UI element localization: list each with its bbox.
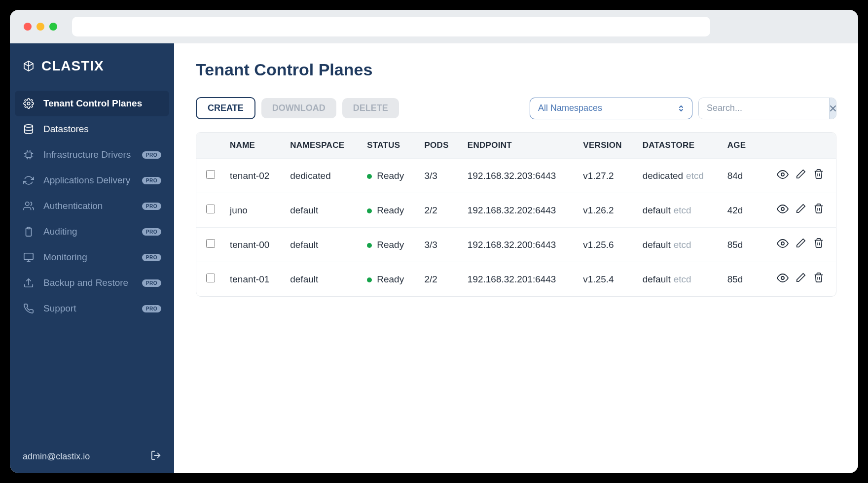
status-dot-icon [367, 243, 372, 248]
upload-icon [23, 277, 35, 289]
cell-namespace: default [283, 193, 360, 228]
row-checkbox[interactable] [206, 170, 215, 179]
sidebar-item-label: Monitoring [43, 252, 133, 263]
col-status: STATUS [360, 133, 417, 159]
main-content: Tenant Control Planes CREATE DOWNLOAD DE… [174, 43, 858, 473]
edit-icon[interactable] [796, 169, 806, 183]
logout-icon[interactable] [150, 450, 161, 463]
pro-badge: PRO [142, 279, 161, 287]
svg-rect-6 [24, 253, 33, 260]
brand-name: CLASTIX [41, 58, 104, 74]
svg-point-1 [25, 125, 33, 128]
row-checkbox[interactable] [206, 205, 215, 213]
create-button[interactable]: CREATE [196, 97, 255, 119]
col-datastore: DATASTORE [636, 133, 721, 159]
sidebar-item-applications-delivery[interactable]: Applications DeliveryPRO [10, 168, 174, 193]
cell-name: tenant-00 [223, 228, 283, 262]
delete-icon[interactable] [813, 203, 824, 217]
pro-badge: PRO [142, 151, 161, 159]
sidebar-item-datastores[interactable]: Datastores [10, 116, 174, 142]
svg-point-3 [26, 202, 29, 206]
search-clear-button[interactable] [829, 98, 836, 119]
sidebar-item-authentication[interactable]: AuthenticationPRO [10, 193, 174, 219]
status-dot-icon [367, 208, 372, 213]
table-header-row: NAME NAMESPACE STATUS PODS ENDPOINT VERS… [196, 133, 836, 159]
cell-version: v1.27.2 [576, 159, 635, 193]
sidebar-item-backup-and-restore[interactable]: Backup and RestorePRO [10, 270, 174, 296]
cell-status: Ready [360, 159, 417, 193]
delete-icon[interactable] [813, 238, 824, 252]
col-endpoint: ENDPOINT [461, 133, 576, 159]
page-title: Tenant Control Planes [196, 60, 836, 79]
cell-pods: 2/2 [417, 262, 460, 297]
chip-icon [23, 149, 35, 161]
cell-namespace: dedicated [283, 159, 360, 193]
sidebar-item-label: Applications Delivery [43, 175, 133, 186]
window-close-button[interactable] [24, 23, 32, 31]
col-pods: PODS [417, 133, 460, 159]
sidebar-item-auditing[interactable]: AuditingPRO [10, 219, 174, 244]
cell-endpoint: 192.168.32.202:6443 [461, 193, 576, 228]
chevron-updown-icon [678, 104, 684, 113]
view-icon[interactable] [777, 169, 789, 183]
svg-point-9 [781, 242, 784, 245]
url-bar[interactable] [72, 17, 710, 36]
namespace-select-value: All Namespaces [538, 103, 602, 113]
sidebar-item-tenant-control-planes[interactable]: Tenant Control Planes [15, 91, 169, 116]
search-input[interactable] [699, 98, 829, 119]
cell-version: v1.25.4 [576, 262, 635, 297]
window: CLASTIX Tenant Control PlanesDatastoresI… [10, 10, 858, 473]
col-version: VERSION [576, 133, 635, 159]
table-row: junodefaultReady2/2192.168.32.202:6443v1… [196, 193, 836, 228]
cell-datastore: defaultetcd [636, 228, 721, 262]
sidebar-item-infrastructure-drivers[interactable]: Infrastructure DriversPRO [10, 142, 174, 168]
view-icon[interactable] [777, 203, 789, 217]
view-icon[interactable] [777, 238, 789, 252]
cell-status: Ready [360, 193, 417, 228]
users-icon [23, 200, 35, 212]
clipboard-icon [23, 226, 35, 238]
cell-namespace: default [283, 262, 360, 297]
brand: CLASTIX [10, 43, 174, 89]
sidebar-item-support[interactable]: SupportPRO [10, 296, 174, 321]
cell-version: v1.26.2 [576, 193, 635, 228]
window-minimize-button[interactable] [36, 23, 44, 31]
traffic-lights [24, 23, 57, 31]
database-icon [23, 123, 35, 135]
col-actions [757, 133, 836, 159]
sidebar: CLASTIX Tenant Control PlanesDatastoresI… [10, 43, 174, 473]
sidebar-item-monitoring[interactable]: MonitoringPRO [10, 244, 174, 270]
download-button[interactable]: DOWNLOAD [261, 98, 336, 118]
refresh-icon [23, 174, 35, 186]
cell-endpoint: 192.168.32.200:6443 [461, 228, 576, 262]
table-row: tenant-01defaultReady2/2192.168.32.201:6… [196, 262, 836, 297]
window-zoom-button[interactable] [49, 23, 57, 31]
cell-pods: 2/2 [417, 193, 460, 228]
status-dot-icon [367, 277, 372, 282]
view-icon[interactable] [777, 272, 789, 286]
delete-icon[interactable] [813, 169, 824, 183]
cell-pods: 3/3 [417, 159, 460, 193]
row-checkbox[interactable] [206, 274, 215, 282]
delete-button[interactable]: DELETE [342, 98, 399, 118]
edit-icon[interactable] [796, 272, 806, 286]
edit-icon[interactable] [796, 203, 806, 217]
row-checkbox[interactable] [206, 239, 215, 248]
delete-icon[interactable] [813, 272, 824, 286]
search-field [698, 98, 836, 119]
cell-age: 85d [721, 262, 757, 297]
cell-pods: 3/3 [417, 228, 460, 262]
cell-name: tenant-02 [223, 159, 283, 193]
svg-point-10 [781, 276, 784, 279]
sidebar-item-label: Authentication [43, 201, 133, 211]
tenants-table: NAME NAMESPACE STATUS PODS ENDPOINT VERS… [196, 133, 836, 296]
svg-point-0 [27, 102, 30, 105]
namespace-select[interactable]: All Namespaces [530, 98, 692, 119]
sidebar-item-label: Tenant Control Planes [43, 98, 161, 109]
table-row: tenant-00defaultReady3/3192.168.32.200:6… [196, 228, 836, 262]
svg-point-8 [781, 207, 784, 210]
phone-icon [23, 303, 35, 314]
col-checkbox [196, 133, 223, 159]
edit-icon[interactable] [796, 238, 806, 252]
sidebar-item-label: Backup and Restore [43, 277, 133, 288]
